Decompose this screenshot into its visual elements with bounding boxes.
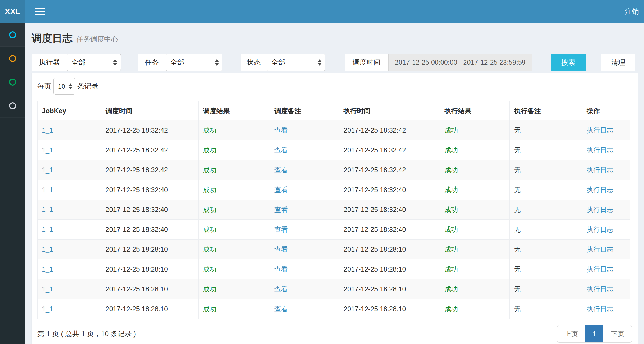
exec-log-link[interactable]: 执行日志 <box>587 305 613 313</box>
hamburger-bar <box>35 8 45 9</box>
trigger-msg-link[interactable]: 查看 <box>274 305 288 313</box>
jobkey-link[interactable]: 1_1 <box>42 226 53 233</box>
table-row: 1_12017-12-25 18:32:40成功查看2017-12-25 18:… <box>38 180 630 200</box>
jobkey-link[interactable]: 1_1 <box>42 126 53 134</box>
exec-log-link[interactable]: 执行日志 <box>587 126 613 134</box>
handle-result: 成功 <box>444 305 458 313</box>
exec-log-link[interactable]: 执行日志 <box>587 246 613 253</box>
exec-log-link[interactable]: 执行日志 <box>587 206 613 213</box>
table-cell: 执行日志 <box>582 240 630 259</box>
page-size-select[interactable]: 10 <box>53 78 75 95</box>
table-cell: 成功 <box>198 140 270 160</box>
table-cell: 执行日志 <box>582 299 630 319</box>
trigger-msg-link[interactable]: 查看 <box>274 126 288 134</box>
search-button[interactable]: 搜索 <box>551 54 586 71</box>
trigger-msg-link[interactable]: 查看 <box>274 146 288 154</box>
exec-log-link[interactable]: 执行日志 <box>587 265 613 273</box>
handle-result: 成功 <box>444 246 458 253</box>
table-row: 1_12017-12-25 18:28:10成功查看2017-12-25 18:… <box>38 299 630 319</box>
next-page-button[interactable]: 下页 <box>603 325 632 342</box>
table-cell: 1_1 <box>38 220 101 240</box>
table-cell: 成功 <box>440 299 510 319</box>
table-cell: 成功 <box>440 279 510 299</box>
hamburger-icon[interactable] <box>32 5 48 18</box>
trigger-result: 成功 <box>203 166 216 174</box>
table-cell: 执行日志 <box>582 160 630 180</box>
trigger-msg-link[interactable]: 查看 <box>274 265 288 273</box>
column-header-trigger-time: 调度时间 <box>101 101 198 120</box>
handle-time: 2017-12-25 18:32:42 <box>343 166 406 174</box>
exec-log-link[interactable]: 执行日志 <box>587 285 613 293</box>
jobkey-link[interactable]: 1_1 <box>42 285 53 293</box>
handle-msg: 无 <box>514 126 521 134</box>
table-row: 1_12017-12-25 18:32:42成功查看2017-12-25 18:… <box>38 120 630 140</box>
trigger-msg-link[interactable]: 查看 <box>274 246 288 253</box>
sidebar <box>0 23 25 344</box>
table-cell: 成功 <box>440 140 510 160</box>
sidebar-item-4[interactable] <box>0 94 25 118</box>
trigger-msg-link[interactable]: 查看 <box>274 166 288 174</box>
table-cell: 查看 <box>270 200 339 220</box>
filter-toolbar: 执行器 全部 任务 全部 状态 全部 调度时间 2017-12-25 00:00… <box>32 54 638 71</box>
handle-msg: 无 <box>514 186 521 193</box>
log-panel: 每页 10 条记录 JobKey 调度时间 调度结果 调度备注 执行时间 执行结… <box>32 73 638 344</box>
table-cell: 2017-12-25 18:28:10 <box>101 299 198 319</box>
handle-msg: 无 <box>514 166 521 174</box>
job-select[interactable]: 全部 <box>166 54 222 71</box>
table-cell: 无 <box>510 279 582 299</box>
current-page-button[interactable]: 1 <box>585 325 603 342</box>
table-cell: 执行日志 <box>582 279 630 299</box>
jobkey-link[interactable]: 1_1 <box>42 305 53 313</box>
handle-time: 2017-12-25 18:32:40 <box>343 186 406 193</box>
status-select[interactable]: 全部 <box>267 54 325 71</box>
time-range-input[interactable]: 2017-12-25 00:00:00 - 2017-12-25 23:59:5… <box>388 54 532 71</box>
handle-time: 2017-12-25 18:32:40 <box>343 206 406 213</box>
trigger-time: 2017-12-25 18:32:40 <box>106 206 168 213</box>
handle-time: 2017-12-25 18:32:42 <box>343 146 406 154</box>
trigger-result: 成功 <box>203 285 216 293</box>
exec-log-link[interactable]: 执行日志 <box>587 166 613 174</box>
sidebar-item-3[interactable] <box>0 70 25 94</box>
log-table-body: 1_12017-12-25 18:32:42成功查看2017-12-25 18:… <box>38 120 630 319</box>
table-cell: 1_1 <box>38 200 101 220</box>
handle-result: 成功 <box>444 166 458 174</box>
navbar-main: 注销 <box>25 0 644 23</box>
handle-result: 成功 <box>444 226 458 233</box>
jobkey-link[interactable]: 1_1 <box>42 166 53 174</box>
jobkey-link[interactable]: 1_1 <box>42 186 53 193</box>
exec-log-link[interactable]: 执行日志 <box>587 186 613 193</box>
handle-msg: 无 <box>514 146 521 154</box>
exec-log-link[interactable]: 执行日志 <box>587 146 613 154</box>
jobkey-link[interactable]: 1_1 <box>42 265 53 273</box>
prev-page-button[interactable]: 上页 <box>557 325 585 342</box>
jobkey-link[interactable]: 1_1 <box>42 206 53 213</box>
executor-select[interactable]: 全部 <box>67 54 121 71</box>
trigger-msg-link[interactable]: 查看 <box>274 226 288 233</box>
trigger-time: 2017-12-25 18:32:42 <box>106 146 168 154</box>
table-row: 1_12017-12-25 18:28:10成功查看2017-12-25 18:… <box>38 259 630 279</box>
handle-result: 成功 <box>444 206 458 213</box>
page-subtitle: 任务调度中心 <box>76 35 118 44</box>
circle-outline-icon <box>9 79 16 86</box>
sidebar-item-1[interactable] <box>0 23 25 47</box>
table-cell: 查看 <box>270 120 339 140</box>
exec-log-link[interactable]: 执行日志 <box>587 226 613 233</box>
table-cell: 成功 <box>440 160 510 180</box>
handle-msg: 无 <box>514 246 521 253</box>
logout-link[interactable]: 注销 <box>624 5 640 18</box>
jobkey-link[interactable]: 1_1 <box>42 146 53 154</box>
table-row: 1_12017-12-25 18:28:10成功查看2017-12-25 18:… <box>38 279 630 299</box>
trigger-msg-link[interactable]: 查看 <box>274 285 288 293</box>
column-header-handle-msg: 执行备注 <box>510 101 582 120</box>
time-filter-label: 调度时间 <box>345 54 388 71</box>
table-row: 1_12017-12-25 18:28:10成功查看2017-12-25 18:… <box>38 240 630 259</box>
jobkey-link[interactable]: 1_1 <box>42 246 53 253</box>
table-cell: 执行日志 <box>582 259 630 279</box>
trigger-msg-link[interactable]: 查看 <box>274 186 288 193</box>
sidebar-item-2[interactable] <box>0 47 25 70</box>
app-logo[interactable]: XXL <box>0 0 25 23</box>
handle-msg: 无 <box>514 226 521 233</box>
clear-button[interactable]: 清理 <box>601 54 635 71</box>
status-filter-label: 状态 <box>241 54 267 71</box>
trigger-msg-link[interactable]: 查看 <box>274 206 288 213</box>
